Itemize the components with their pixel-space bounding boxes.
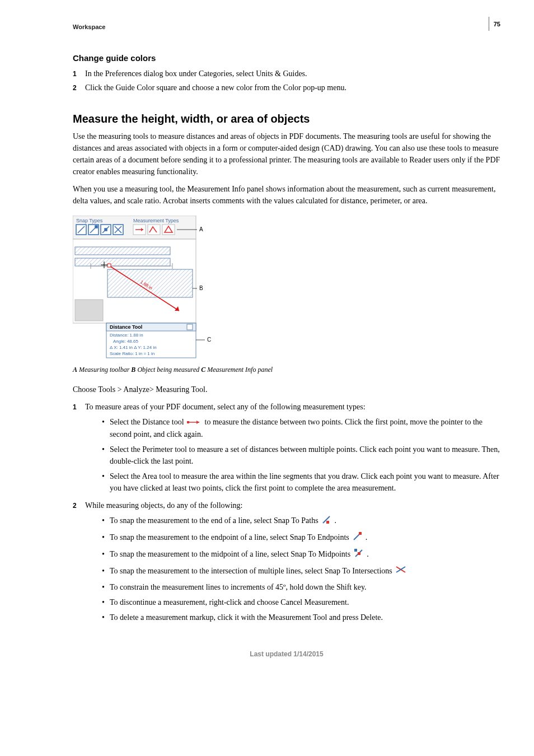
measurement-type-icons	[133, 225, 175, 235]
snap-to-paths-icon	[321, 515, 331, 528]
breadcrumb: Workspace	[73, 22, 106, 32]
measurement-types-label: Measurement Types	[133, 218, 179, 223]
svg-rect-24	[107, 269, 193, 297]
list-item: To snap the measurement to the endpoint …	[102, 531, 500, 545]
svg-rect-31	[107, 264, 111, 267]
svg-text:Scale Ratio: 1 in = 1 in: Scale Ratio: 1 in = 1 in	[110, 351, 154, 356]
svg-text:Distance Tool: Distance Tool	[110, 324, 142, 330]
page-number: 75	[494, 21, 500, 27]
svg-text:Distance: 1.88 in: Distance: 1.88 in	[110, 333, 143, 338]
step-2: 2Click the Guide Color square and choose…	[73, 82, 500, 94]
svg-text:C: C	[207, 337, 211, 343]
list-item: To snap the measurement to the end of a …	[102, 515, 500, 528]
heading-change-guide-colors: Change guide colors	[73, 52, 500, 65]
page-header: Workspace 75	[73, 22, 500, 32]
figure-caption: A Measuring toolbar B Object being measu…	[73, 365, 500, 375]
page-number-wrap: 75	[489, 17, 500, 31]
steps-measure: 1 To measure areas of your PDF document,…	[73, 401, 500, 627]
list-item: To discontinue a measurement, right-clic…	[102, 596, 500, 608]
snap-to-midpoints-icon	[354, 548, 364, 562]
svg-rect-55	[354, 549, 357, 552]
svg-text:B: B	[199, 285, 203, 291]
distance-tool-icon	[187, 417, 202, 428]
snap-to-endpoints-icon	[352, 531, 362, 545]
step-1: 1In the Preferences dialog box under Cat…	[73, 68, 500, 80]
snap-types-label: Snap Types	[76, 218, 103, 223]
figure-measuring-tools: Snap Types Measurement Types A 1.88 in B…	[73, 216, 500, 361]
svg-rect-48	[187, 421, 189, 423]
list-item: Select the Perimeter tool to measure a s…	[102, 444, 500, 467]
svg-rect-51	[326, 521, 329, 524]
list-item: To snap the measurement to the intersect…	[102, 565, 500, 578]
svg-rect-25	[75, 300, 103, 321]
paragraph: When you use a measuring tool, the Measu…	[73, 183, 500, 207]
list-item: To delete a measurement markup, click it…	[102, 612, 500, 623]
page-footer: Last updated 1/14/2015	[73, 649, 500, 659]
svg-text:Δ X: 1.41 in    Δ Y: 1.24 in: Δ X: 1.41 in Δ Y: 1.24 in	[110, 345, 157, 350]
list-item: To snap the measurement to the midpoint …	[102, 548, 500, 562]
list-item: To constrain the measurement lines to in…	[102, 581, 500, 593]
svg-rect-15	[148, 225, 160, 235]
svg-rect-23	[75, 258, 170, 266]
paragraph: Use the measuring tools to measure dista…	[73, 130, 500, 178]
list-item: Select the Distance tool to measure the …	[102, 416, 500, 440]
step-2: 2 While measuring objects, do any of the…	[73, 500, 500, 627]
svg-marker-49	[196, 421, 199, 424]
steps-change-guide-colors: 1In the Preferences dialog box under Cat…	[73, 68, 500, 94]
svg-rect-40	[187, 324, 193, 330]
svg-rect-8	[105, 228, 107, 231]
svg-text:Angle: 48.65: Angle: 48.65	[113, 339, 138, 344]
step-1: 1 To measure areas of your PDF document,…	[73, 401, 500, 497]
svg-rect-22	[75, 247, 170, 255]
snap-to-intersections-icon	[395, 566, 406, 578]
svg-rect-53	[359, 532, 362, 535]
list-item: Select the Area tool to measure the area…	[102, 470, 500, 494]
heading-measure-objects: Measure the height, width, or area of ob…	[73, 110, 500, 127]
paragraph: Choose Tools > Analyze> Measuring Tool.	[73, 384, 500, 395]
svg-rect-56	[358, 552, 360, 555]
svg-rect-5	[95, 226, 97, 228]
svg-text:A: A	[199, 226, 203, 232]
